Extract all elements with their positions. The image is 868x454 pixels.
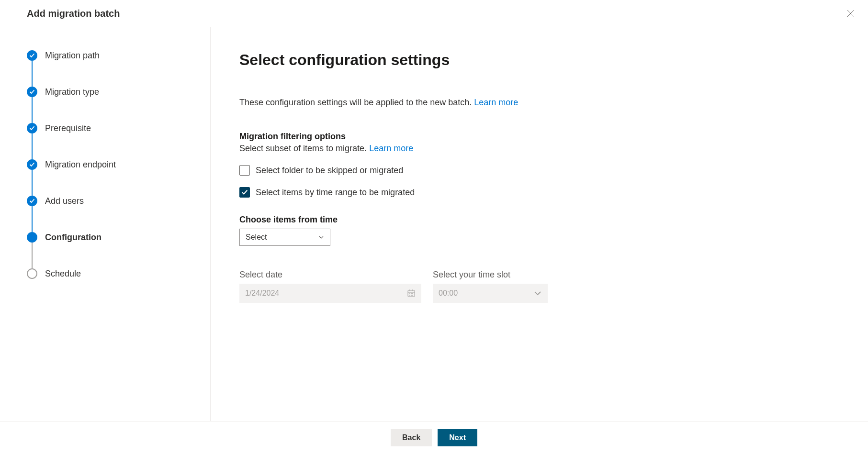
step-label: Migration path — [45, 51, 100, 61]
page-title: Select configuration settings — [239, 51, 839, 69]
step-label: Migration endpoint — [45, 160, 116, 170]
step-list: Migration path Migration type Prerequisi… — [27, 50, 196, 279]
date-field: Select date 1/24/2024 — [239, 270, 421, 303]
date-input: 1/24/2024 — [239, 284, 421, 303]
step-schedule: Schedule — [27, 268, 196, 279]
step-add-users[interactable]: Add users — [27, 196, 196, 232]
filtering-subtitle: Select subset of items to migrate. Learn… — [239, 144, 839, 154]
wizard-sidebar: Migration path Migration type Prerequisi… — [0, 27, 211, 424]
step-label: Prerequisite — [45, 123, 91, 133]
date-label: Select date — [239, 270, 421, 280]
step-configuration[interactable]: Configuration — [27, 232, 196, 268]
time-label: Select your time slot — [433, 270, 548, 280]
step-migration-path[interactable]: Migration path — [27, 50, 196, 87]
content-area: Migration path Migration type Prerequisi… — [0, 27, 868, 424]
chevron-down-icon — [533, 289, 542, 298]
step-migration-type[interactable]: Migration type — [27, 87, 196, 123]
step-label: Migration type — [45, 87, 99, 97]
checkmark-icon — [241, 189, 248, 196]
step-label: Schedule — [45, 269, 81, 279]
svg-point-9 — [413, 295, 413, 296]
chevron-down-icon — [318, 234, 324, 240]
filtering-learn-more-link[interactable]: Learn more — [369, 144, 413, 153]
svg-point-4 — [410, 294, 410, 294]
from-time-field: Choose items from time Select — [239, 215, 839, 246]
checkmark-icon — [27, 123, 37, 133]
time-field: Select your time slot 00:00 — [433, 270, 548, 303]
calendar-icon — [407, 289, 416, 298]
step-migration-endpoint[interactable]: Migration endpoint — [27, 159, 196, 196]
active-step-icon — [27, 232, 37, 243]
checkmark-icon — [27, 196, 37, 206]
svg-point-6 — [413, 294, 413, 294]
checkmark-icon — [27, 159, 37, 170]
folder-checkbox-row: Select folder to be skipped or migrated — [239, 165, 839, 176]
filtering-subtitle-text: Select subset of items to migrate. — [239, 144, 369, 153]
svg-point-8 — [411, 295, 412, 296]
upcoming-step-icon — [27, 268, 37, 279]
from-time-label: Choose items from time — [239, 215, 839, 225]
timerange-checkbox-row: Select items by time range to be migrate… — [239, 187, 839, 198]
dialog-title: Add migration batch — [27, 8, 120, 19]
time-input: 00:00 — [433, 284, 548, 303]
from-time-select[interactable]: Select — [239, 229, 330, 246]
close-icon — [847, 10, 855, 17]
folder-checkbox[interactable] — [239, 165, 250, 176]
checkmark-icon — [27, 50, 37, 61]
checkmark-icon — [27, 87, 37, 97]
step-prerequisite[interactable]: Prerequisite — [27, 123, 196, 159]
learn-more-link[interactable]: Learn more — [474, 98, 518, 107]
timerange-checkbox-label: Select items by time range to be migrate… — [256, 188, 415, 198]
page-description: These configuration settings will be app… — [239, 98, 839, 108]
svg-point-7 — [410, 295, 410, 296]
wizard-footer: Back Next — [0, 421, 868, 424]
dialog-header: Add migration batch — [0, 0, 868, 27]
svg-point-5 — [411, 294, 412, 294]
from-time-value: Select — [246, 233, 267, 242]
main-content: Select configuration settings These conf… — [211, 27, 868, 424]
close-button[interactable] — [845, 8, 857, 19]
date-placeholder: 1/24/2024 — [245, 289, 279, 298]
time-placeholder: 00:00 — [439, 289, 458, 298]
filtering-section: Migration filtering options Select subse… — [239, 132, 839, 198]
description-text: These configuration settings will be app… — [239, 98, 474, 107]
step-label: Add users — [45, 196, 84, 206]
step-label: Configuration — [45, 233, 101, 243]
folder-checkbox-label: Select folder to be skipped or migrated — [256, 166, 403, 176]
date-time-row: Select date 1/24/2024 — [239, 270, 839, 303]
filtering-title: Migration filtering options — [239, 132, 839, 142]
timerange-checkbox[interactable] — [239, 187, 250, 198]
